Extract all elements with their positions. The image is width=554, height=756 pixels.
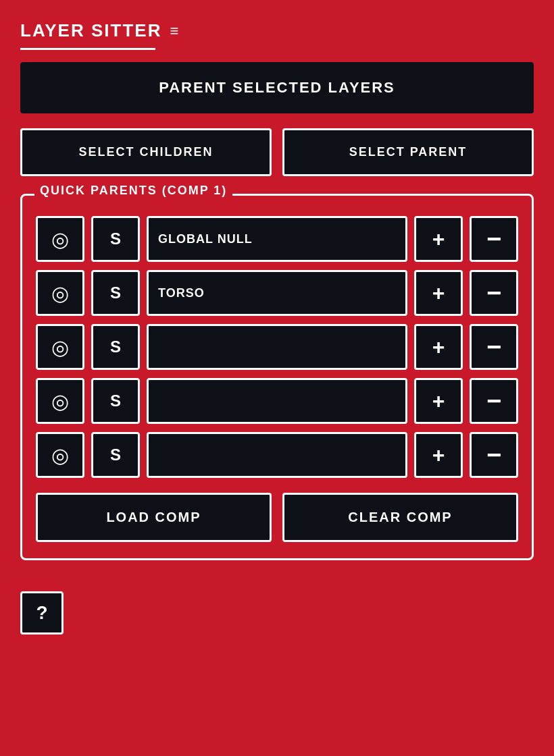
select-children-button[interactable]: SELECT CHILDREN xyxy=(20,128,272,176)
header: LAYER SITTER ≡ xyxy=(20,20,534,41)
spiral-icon-3: ◎ xyxy=(51,335,69,359)
spiral-icon-4: ◎ xyxy=(51,389,69,413)
spiral-icon-button-2[interactable]: ◎ xyxy=(36,270,84,316)
s-label-2: S xyxy=(110,284,121,302)
s-label-3: S xyxy=(110,338,121,356)
clear-comp-button[interactable]: CLEAR COMP xyxy=(282,493,518,542)
s-label-4: S xyxy=(110,392,121,410)
help-button[interactable]: ? xyxy=(20,591,64,634)
header-underline xyxy=(20,48,155,50)
spiral-icon-button-4[interactable]: ◎ xyxy=(36,378,84,424)
quick-parents-section: QUICK PARENTS (COMP 1) ◎ S GLOBAL NULL +… xyxy=(20,194,534,560)
name-field-5[interactable] xyxy=(147,432,407,478)
s-label-5: S xyxy=(110,446,121,464)
plus-button-5[interactable]: + xyxy=(414,432,463,478)
app-container: LAYER SITTER ≡ PARENT SELECTED LAYERS SE… xyxy=(0,0,554,756)
s-icon-button-4[interactable]: S xyxy=(91,378,140,424)
plus-button-2[interactable]: + xyxy=(414,270,463,316)
parent-row: ◎ S + − xyxy=(36,378,518,424)
parent-selected-layers-button[interactable]: PARENT SELECTED LAYERS xyxy=(20,62,534,113)
s-label-1: S xyxy=(110,230,121,248)
selection-buttons: SELECT CHILDREN SELECT PARENT xyxy=(20,128,534,176)
spiral-icon-1: ◎ xyxy=(51,227,69,251)
spiral-icon-2: ◎ xyxy=(51,281,69,305)
minus-button-1[interactable]: − xyxy=(470,216,518,262)
minus-button-3[interactable]: − xyxy=(470,324,518,370)
menu-icon[interactable]: ≡ xyxy=(170,22,178,40)
name-field-1[interactable]: GLOBAL NULL xyxy=(147,216,407,262)
minus-button-4[interactable]: − xyxy=(470,378,518,424)
parent-row: ◎ S GLOBAL NULL + − xyxy=(36,216,518,262)
s-icon-button-2[interactable]: S xyxy=(91,270,140,316)
parent-rows: ◎ S GLOBAL NULL + − ◎ S xyxy=(36,216,518,542)
name-field-4[interactable] xyxy=(147,378,407,424)
parent-row: ◎ S + − xyxy=(36,324,518,370)
plus-button-4[interactable]: + xyxy=(414,378,463,424)
comp-buttons: LOAD COMP CLEAR COMP xyxy=(36,493,518,542)
minus-button-5[interactable]: − xyxy=(470,432,518,478)
minus-button-2[interactable]: − xyxy=(470,270,518,316)
spiral-icon-button-3[interactable]: ◎ xyxy=(36,324,84,370)
load-comp-button[interactable]: LOAD COMP xyxy=(36,493,272,542)
s-icon-button-3[interactable]: S xyxy=(91,324,140,370)
spiral-icon-button-1[interactable]: ◎ xyxy=(36,216,84,262)
parent-row: ◎ S + − xyxy=(36,432,518,478)
spiral-icon-5: ◎ xyxy=(51,443,69,467)
plus-button-1[interactable]: + xyxy=(414,216,463,262)
plus-button-3[interactable]: + xyxy=(414,324,463,370)
name-field-2[interactable]: TORSO xyxy=(147,270,407,316)
quick-parents-label: QUICK PARENTS (COMP 1) xyxy=(34,184,232,198)
app-title: LAYER SITTER xyxy=(20,20,161,41)
parent-row: ◎ S TORSO + − xyxy=(36,270,518,316)
s-icon-button-1[interactable]: S xyxy=(91,216,140,262)
spiral-icon-button-5[interactable]: ◎ xyxy=(36,432,84,478)
s-icon-button-5[interactable]: S xyxy=(91,432,140,478)
select-parent-button[interactable]: SELECT PARENT xyxy=(282,128,534,176)
name-field-3[interactable] xyxy=(147,324,407,370)
